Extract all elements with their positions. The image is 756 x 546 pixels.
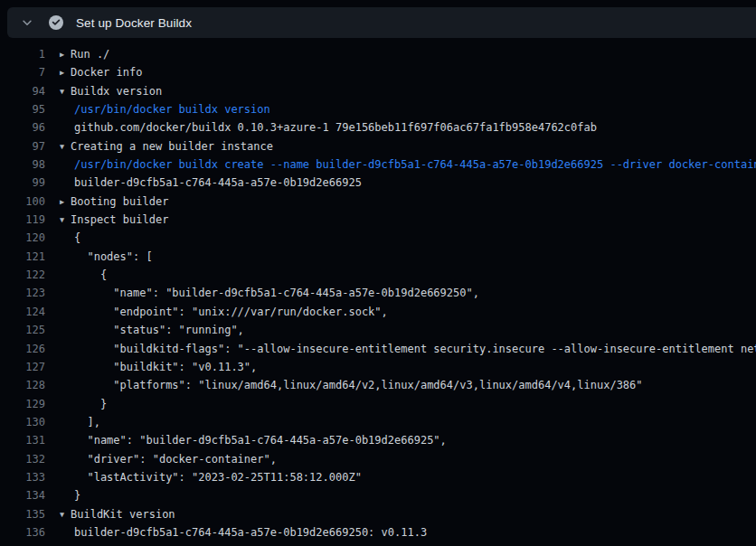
triangle-right-icon[interactable]: ▶ [60, 63, 71, 81]
log-group-header[interactable]: ▼Creating a new builder instance [45, 137, 756, 155]
step-title: Set up Docker Buildx [76, 16, 192, 30]
log-line: 95/usr/bin/docker buildx version [0, 100, 756, 118]
log-line: 127 "buildkit": "v0.11.3", [0, 358, 756, 376]
line-number[interactable]: 121 [0, 248, 45, 266]
line-number[interactable]: 130 [0, 413, 45, 431]
log-output-text: { [45, 266, 756, 284]
line-number[interactable]: 134 [0, 486, 45, 504]
log-line: 135▼BuildKit version [0, 505, 756, 523]
log-line: 130 ], [0, 413, 756, 431]
log-output-text: } [45, 395, 756, 413]
log-output-text: "endpoint": "unix:///var/run/docker.sock… [45, 303, 756, 321]
log-output-text: } [45, 486, 756, 504]
log-output-text: builder-d9cfb5a1-c764-445a-a57e-0b19d2e6… [45, 523, 756, 541]
line-number[interactable]: 97 [0, 137, 45, 155]
log-line: 126 "buildkitd-flags": "--allow-insecure… [0, 340, 756, 358]
log-output-text: { [45, 229, 756, 247]
log-line: 119▼Inspect builder [0, 211, 756, 229]
log-group-title: Docker info [71, 66, 142, 79]
log-line: 97▼Creating a new builder instance [0, 137, 756, 155]
line-number[interactable]: 99 [0, 174, 45, 192]
line-number[interactable]: 128 [0, 376, 45, 394]
line-number[interactable]: 124 [0, 303, 45, 321]
log-group-title: Buildx version [71, 85, 162, 98]
log-output-text: "name": "builder-d9cfb5a1-c764-445a-a57e… [45, 431, 756, 449]
log-line: 131 "name": "builder-d9cfb5a1-c764-445a-… [0, 431, 756, 449]
line-number[interactable]: 123 [0, 284, 45, 302]
log-group-header[interactable]: ▶Docker info [45, 63, 756, 81]
log-line: 1▶Run ./ [0, 45, 756, 63]
log-output-text: "driver": "docker-container", [45, 450, 756, 468]
log-line: 125 "status": "running", [0, 321, 756, 339]
triangle-down-icon[interactable]: ▼ [60, 137, 71, 155]
log-line: 121 "nodes": [ [0, 248, 756, 266]
log-group-header[interactable]: ▼Buildx version [45, 82, 756, 100]
line-number[interactable]: 100 [0, 193, 45, 211]
log-command-text: /usr/bin/docker buildx create --name bui… [45, 155, 756, 174]
log-group-header[interactable]: ▶Booting builder [45, 193, 756, 211]
line-number[interactable]: 132 [0, 450, 45, 468]
log-line: 132 "driver": "docker-container", [0, 450, 756, 468]
line-number[interactable]: 119 [0, 211, 45, 229]
line-number[interactable]: 135 [0, 505, 45, 523]
line-number[interactable]: 125 [0, 321, 45, 339]
log-line: 100▶Booting builder [0, 193, 756, 211]
log-line: 98/usr/bin/docker buildx create --name b… [0, 155, 756, 174]
log-group-title: Booting builder [71, 195, 168, 208]
log-output-text: "buildkit": "v0.11.3", [45, 358, 756, 376]
log-line: 128 "platforms": "linux/amd64,linux/amd6… [0, 376, 756, 394]
log-line: 7▶Docker info [0, 63, 756, 81]
line-number[interactable]: 95 [0, 100, 45, 118]
line-number[interactable]: 1 [0, 45, 45, 63]
log-line: 94▼Buildx version [0, 82, 756, 100]
log-output-text: "nodes": [ [45, 248, 756, 266]
log-group-title: BuildKit version [71, 508, 175, 521]
log-command-text: /usr/bin/docker buildx version [45, 100, 756, 118]
log-viewer: 1▶Run ./7▶Docker info94▼Buildx version95… [0, 45, 756, 546]
line-number[interactable]: 122 [0, 266, 45, 284]
log-line: 123 "name": "builder-d9cfb5a1-c764-445a-… [0, 284, 756, 302]
log-output-text: builder-d9cfb5a1-c764-445a-a57e-0b19d2e6… [45, 174, 756, 192]
line-number[interactable]: 7 [0, 63, 45, 81]
log-group-header[interactable]: ▶Run ./ [45, 45, 756, 63]
line-number[interactable]: 94 [0, 82, 45, 100]
line-number[interactable]: 136 [0, 523, 45, 541]
line-number[interactable]: 96 [0, 118, 45, 136]
log-output-text: "status": "running", [45, 321, 756, 339]
step-header[interactable]: Set up Docker Buildx [7, 7, 756, 38]
log-line: 124 "endpoint": "unix:///var/run/docker.… [0, 303, 756, 321]
log-line: 96github.com/docker/buildx 0.10.3+azure-… [0, 118, 756, 136]
log-group-title: Creating a new builder instance [71, 140, 273, 153]
line-number[interactable]: 120 [0, 229, 45, 247]
chevron-down-icon[interactable] [20, 15, 34, 30]
check-circle-icon [49, 15, 63, 30]
line-number[interactable]: 129 [0, 395, 45, 413]
log-line: 133 "lastActivity": "2023-02-25T11:58:12… [0, 468, 756, 486]
log-output-text: github.com/docker/buildx 0.10.3+azure-1 … [45, 118, 756, 136]
triangle-right-icon[interactable]: ▶ [60, 193, 71, 211]
log-output-text: ], [45, 413, 756, 431]
triangle-down-icon[interactable]: ▼ [60, 82, 71, 100]
triangle-down-icon[interactable]: ▼ [60, 505, 71, 523]
line-number[interactable]: 133 [0, 468, 45, 486]
line-number[interactable]: 98 [0, 155, 45, 174]
triangle-down-icon[interactable]: ▼ [60, 211, 71, 229]
log-output-text: "lastActivity": "2023-02-25T11:58:12.000… [45, 468, 756, 486]
triangle-right-icon[interactable]: ▶ [60, 45, 71, 63]
log-line: 99builder-d9cfb5a1-c764-445a-a57e-0b19d2… [0, 174, 756, 192]
log-line: 136builder-d9cfb5a1-c764-445a-a57e-0b19d… [0, 523, 756, 541]
line-number[interactable]: 127 [0, 358, 45, 376]
line-number[interactable]: 131 [0, 431, 45, 449]
log-group-header[interactable]: ▼BuildKit version [45, 505, 756, 523]
log-line: 122 { [0, 266, 756, 284]
log-output-text: "platforms": "linux/amd64,linux/amd64/v2… [45, 376, 756, 394]
log-group-title: Inspect builder [71, 213, 168, 226]
log-group-header[interactable]: ▼Inspect builder [45, 211, 756, 229]
log-line: 129 } [0, 395, 756, 413]
log-line: 134} [0, 486, 756, 504]
log-line: 120{ [0, 229, 756, 247]
log-output-text: "name": "builder-d9cfb5a1-c764-445a-a57e… [45, 284, 756, 302]
log-output-text: "buildkitd-flags": "--allow-insecure-ent… [45, 340, 756, 358]
log-group-title: Run ./ [71, 48, 109, 61]
line-number[interactable]: 126 [0, 340, 45, 358]
